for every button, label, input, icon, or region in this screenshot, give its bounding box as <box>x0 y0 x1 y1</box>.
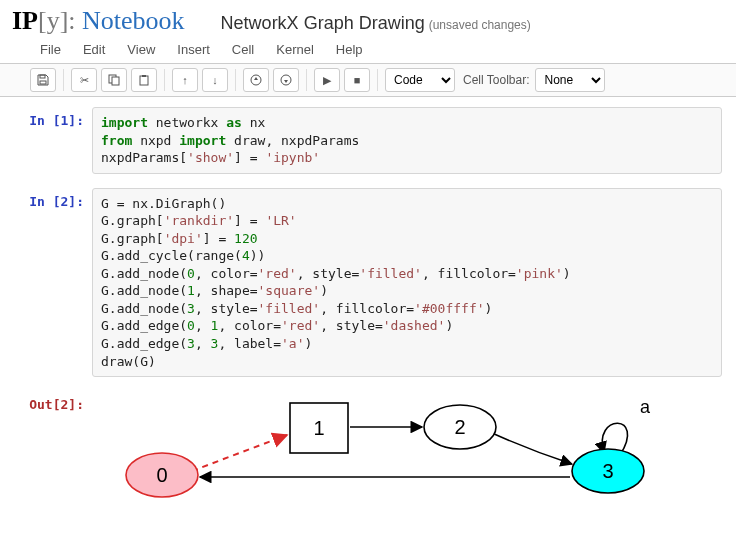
move-up-button[interactable]: ↑ <box>172 68 198 92</box>
menu-help[interactable]: Help <box>336 42 363 57</box>
toolbar: ✂ ↑ ↓ ▶ ■ Code Cell Toolbar: None <box>0 63 736 97</box>
menu-file[interactable]: File <box>40 42 61 57</box>
copy-icon <box>108 74 120 86</box>
save-button[interactable] <box>30 68 56 92</box>
menubar: File Edit View Insert Cell Kernel Help <box>0 38 736 63</box>
prompt-out-2: Out[2]: <box>8 391 92 503</box>
run-button[interactable]: ▶ <box>314 68 340 92</box>
node-3-label: 3 <box>602 460 613 482</box>
prompt-in-1: In [1]: <box>8 107 92 174</box>
menu-insert[interactable]: Insert <box>177 42 210 57</box>
output-area-2: a 0 1 2 3 <box>92 391 722 503</box>
svg-rect-5 <box>142 75 146 77</box>
node-0-label: 0 <box>156 464 167 486</box>
play-icon: ▶ <box>323 74 331 87</box>
svg-rect-1 <box>40 81 46 84</box>
paste-button[interactable] <box>131 68 157 92</box>
cut-button[interactable]: ✂ <box>71 68 97 92</box>
menu-cell[interactable]: Cell <box>232 42 254 57</box>
output-cell-2: Out[2]: <box>8 391 722 503</box>
menu-edit[interactable]: Edit <box>83 42 105 57</box>
header: IP[y]: Notebook NetworkX Graph Drawing (… <box>0 0 736 38</box>
floppy-icon <box>37 74 49 86</box>
edge-2-3 <box>492 433 572 464</box>
run-above-button[interactable] <box>243 68 269 92</box>
copy-button[interactable] <box>101 68 127 92</box>
notebook-title[interactable]: NetworkX Graph Drawing <box>221 13 425 34</box>
cell-toolbar-label: Cell Toolbar: <box>463 73 529 87</box>
cell-type-select[interactable]: Code <box>385 68 455 92</box>
edge-3-3-label: a <box>640 397 651 417</box>
run-below-button[interactable] <box>273 68 299 92</box>
code-input-1[interactable]: import networkx as nx from nxpd import d… <box>92 107 722 174</box>
scissors-icon: ✂ <box>80 74 89 87</box>
arrow-down-icon: ↓ <box>212 74 218 86</box>
node-2-label: 2 <box>454 416 465 438</box>
arrow-circle-down-icon <box>280 74 292 86</box>
menu-view[interactable]: View <box>127 42 155 57</box>
save-status: (unsaved changes) <box>429 18 531 32</box>
logo-notebook: Notebook <box>82 6 185 35</box>
edge-0-1 <box>192 435 287 471</box>
svg-rect-0 <box>40 75 45 78</box>
code-cell-1[interactable]: In [1]: import networkx as nx from nxpd … <box>8 107 722 174</box>
arrow-up-icon: ↑ <box>182 74 188 86</box>
svg-rect-4 <box>140 76 148 85</box>
notebook-container: In [1]: import networkx as nx from nxpd … <box>0 97 736 537</box>
graph-output: a 0 1 2 3 <box>92 393 692 503</box>
logo: IP[y]: Notebook <box>12 6 185 36</box>
logo-ip: IP <box>12 6 38 35</box>
code-cell-2[interactable]: In [2]: G = nx.DiGraph() G.graph['rankdi… <box>8 188 722 377</box>
prompt-in-2: In [2]: <box>8 188 92 377</box>
code-input-2[interactable]: G = nx.DiGraph() G.graph['rankdir'] = 'L… <box>92 188 722 377</box>
arrow-circle-up-icon <box>250 74 262 86</box>
interrupt-button[interactable]: ■ <box>344 68 370 92</box>
move-down-button[interactable]: ↓ <box>202 68 228 92</box>
menu-kernel[interactable]: Kernel <box>276 42 314 57</box>
stop-icon: ■ <box>354 74 361 86</box>
svg-rect-3 <box>112 77 119 85</box>
logo-y: [y] <box>38 6 68 35</box>
clipboard-icon <box>138 74 150 86</box>
cell-toolbar-select[interactable]: None <box>535 68 605 92</box>
node-1-label: 1 <box>313 417 324 439</box>
